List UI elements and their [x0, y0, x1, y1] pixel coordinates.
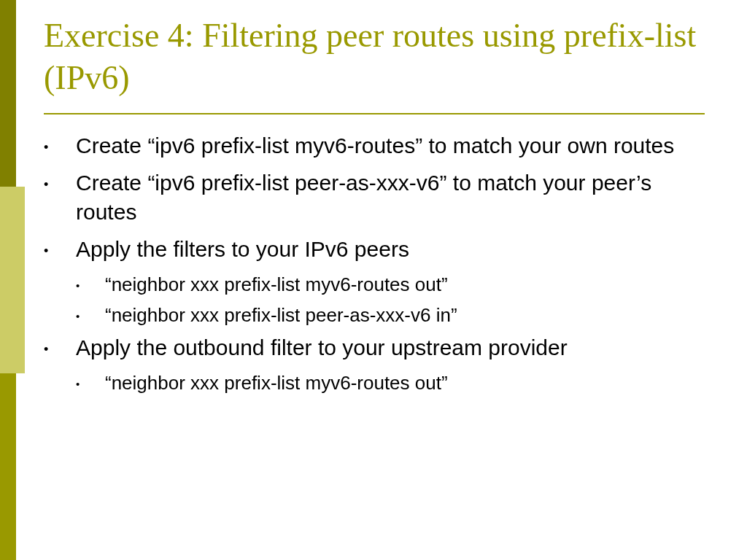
bullet-icon: • [44, 168, 76, 193]
accent-bar-mid [0, 187, 25, 373]
bullet-icon: • [76, 302, 105, 324]
list-item: • Apply the filters to your IPv6 peers [44, 235, 715, 265]
sub-list-item: • “neighbor xxx prefix-list myv6-routes … [76, 370, 715, 396]
slide-body: • Create “ipv6 prefix-list myv6-routes” … [44, 131, 715, 401]
bullet-icon: • [44, 235, 76, 260]
list-item-text: Apply the filters to your IPv6 peers [76, 235, 715, 265]
sub-list-item: • “neighbor xxx prefix-list peer-as-xxx-… [76, 302, 715, 328]
list-item-text: Create “ipv6 prefix-list peer-as-xxx-v6”… [76, 168, 715, 228]
accent-bar-top [0, 0, 16, 187]
title-divider [44, 113, 705, 114]
sub-list-item-text: “neighbor xxx prefix-list myv6-routes ou… [105, 370, 715, 396]
list-item: • Create “ipv6 prefix-list myv6-routes” … [44, 131, 715, 161]
bullet-icon: • [76, 271, 105, 293]
list-item-text: Create “ipv6 prefix-list myv6-routes” to… [76, 131, 715, 161]
bullet-icon: • [44, 333, 76, 358]
list-item-text: Apply the outbound filter to your upstre… [76, 333, 715, 363]
slide: Exercise 4: Filtering peer routes using … [0, 0, 747, 560]
slide-title: Exercise 4: Filtering peer routes using … [44, 15, 700, 98]
sub-list-item-text: “neighbor xxx prefix-list peer-as-xxx-v6… [105, 302, 715, 328]
bullet-icon: • [76, 370, 105, 392]
sub-list-item-text: “neighbor xxx prefix-list myv6-routes ou… [105, 271, 715, 298]
bullet-icon: • [44, 131, 76, 156]
accent-bar-bottom [0, 373, 16, 560]
list-item: • Apply the outbound filter to your upst… [44, 333, 715, 363]
sub-list-item: • “neighbor xxx prefix-list myv6-routes … [76, 271, 715, 298]
list-item: • Create “ipv6 prefix-list peer-as-xxx-v… [44, 168, 715, 228]
